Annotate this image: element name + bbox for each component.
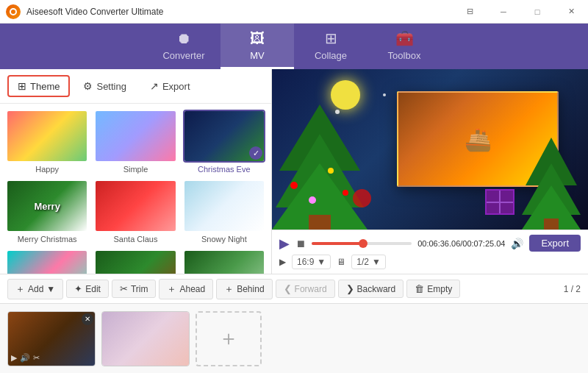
- film-item-2[interactable]: [101, 311, 190, 366]
- export-button[interactable]: Export: [529, 235, 581, 252]
- forward-button[interactable]: ❮ Forward: [276, 280, 335, 298]
- edit-button[interactable]: ✦ Edit: [66, 280, 109, 298]
- svg-point-6: [309, 196, 316, 204]
- theme-santa-thumb: [94, 180, 176, 232]
- add-button[interactable]: ＋ Add ▼: [7, 279, 63, 299]
- theme-tree-img: [96, 251, 175, 274]
- right-tree: [522, 134, 581, 230]
- trim-button[interactable]: ✂ Trim: [112, 280, 157, 298]
- tab-collage-label: Collage: [315, 50, 347, 61]
- add-label: Add: [28, 284, 43, 294]
- stop-button[interactable]: ⏹: [295, 238, 306, 249]
- ratio-value: 16:9: [297, 257, 314, 267]
- film-item-1-close[interactable]: ✕: [82, 313, 93, 325]
- theme-snowy-thumb: [183, 180, 265, 232]
- theme-merry-thumb: Merry: [6, 180, 88, 232]
- theme-beautiful-thumb: [183, 249, 265, 274]
- empty-button[interactable]: 🗑 Empty: [406, 280, 460, 298]
- converter-icon: ⏺: [176, 30, 191, 47]
- volume-icon[interactable]: 🔊: [511, 238, 523, 249]
- preview-area: 🚢: [272, 69, 588, 230]
- empty-label: Empty: [427, 284, 452, 294]
- close-button[interactable]: ✕: [554, 0, 588, 24]
- theme-christmas-eve-thumb: ✓: [183, 110, 265, 163]
- theme-merry-christmas[interactable]: Merry Merry Christmas: [6, 180, 88, 244]
- svg-point-5: [328, 168, 334, 174]
- svg-point-7: [343, 190, 348, 196]
- progress-fill: [312, 242, 365, 245]
- theme-simple-thumb: [94, 110, 176, 163]
- progress-thumb: [359, 239, 368, 248]
- minimize-button[interactable]: ─: [487, 0, 520, 24]
- tab-mv[interactable]: 🖼 MV: [220, 24, 294, 69]
- theme-grid: Happy Simple ✓ Christmas Eve Merry: [0, 104, 271, 274]
- tab-toolbox[interactable]: 🧰 Toolbox: [368, 24, 441, 69]
- subtab-export-label: Export: [162, 81, 190, 92]
- theme-christmas-tree[interactable]: Christmas Tree: [94, 249, 176, 274]
- progress-bar[interactable]: [312, 242, 412, 245]
- theme-stripes-waves[interactable]: Stripes & Waves: [6, 249, 88, 274]
- play-button[interactable]: ▶: [279, 235, 290, 252]
- theme-snowy-night[interactable]: Snowy Night: [183, 180, 265, 244]
- backward-icon: ❯: [346, 283, 354, 294]
- preview-background: 🚢: [272, 69, 588, 230]
- theme-santa-img: [96, 181, 175, 231]
- tab-collage[interactable]: ⊞ Collage: [294, 24, 368, 69]
- setting-icon: ⚙: [83, 80, 93, 92]
- theme-santa-claus[interactable]: Santa Claus: [94, 180, 176, 244]
- edit-label: Edit: [85, 284, 101, 294]
- right-panel: 🚢: [272, 69, 588, 274]
- theme-snowy-label: Snowy Night: [201, 235, 247, 244]
- behind-label: Behind: [237, 284, 264, 294]
- theme-selected-check: ✓: [249, 146, 262, 160]
- film-item-1[interactable]: ✕ ▶ 🔊 ✂: [7, 311, 96, 366]
- resolution-select[interactable]: 1/2 ▼: [351, 255, 386, 269]
- theme-christmas-eve[interactable]: ✓ Christmas Eve: [183, 110, 265, 174]
- svg-rect-11: [544, 219, 559, 230]
- theme-happy[interactable]: Happy: [6, 110, 88, 174]
- gift-box: [485, 189, 514, 215]
- subtab-theme-label: Theme: [30, 81, 60, 92]
- theme-happy-label: Happy: [35, 165, 59, 174]
- tab-toolbox-label: Toolbox: [388, 50, 421, 61]
- theme-simple[interactable]: Simple: [94, 110, 176, 174]
- mv-icon: 🖼: [250, 30, 265, 47]
- theme-simple-img: [96, 111, 175, 161]
- add-media-button[interactable]: ＋: [196, 311, 262, 366]
- ratio-select[interactable]: 16:9 ▼: [292, 255, 331, 269]
- add-plus-icon: ＋: [218, 324, 239, 352]
- subtab-export[interactable]: ↗ Export: [140, 75, 201, 97]
- app-title: Aiseesoft Video Converter Ultimate: [26, 7, 164, 17]
- behind-button[interactable]: ＋ Behind: [216, 279, 272, 299]
- player-row2: ▶ 16:9 ▼ 🖥 1/2 ▼: [279, 255, 581, 269]
- backward-label: Backward: [357, 284, 396, 294]
- page-count: 1 / 2: [564, 284, 581, 294]
- nav-tabs: ⏺ Converter 🖼 MV ⊞ Collage 🧰 Toolbox: [0, 24, 588, 69]
- menu-button[interactable]: ⊟: [453, 0, 487, 24]
- red-decoration: [353, 189, 371, 207]
- ahead-button[interactable]: ＋ Ahead: [159, 279, 213, 299]
- theme-stripes-img: [7, 251, 87, 274]
- resolution-value: 1/2: [356, 257, 369, 267]
- theme-beautiful-christmas[interactable]: Beautiful Christmas: [183, 249, 265, 274]
- film-item-2-bg: [102, 312, 189, 366]
- export-icon: ↗: [150, 80, 159, 92]
- ahead-label: Ahead: [179, 284, 205, 294]
- backward-button[interactable]: ❯ Backward: [338, 280, 404, 298]
- subtab-theme[interactable]: ⊞ Theme: [7, 75, 70, 97]
- theme-christmas-eve-label: Christmas Eve: [198, 165, 251, 174]
- tab-converter[interactable]: ⏺ Converter: [147, 24, 220, 69]
- subtab-setting[interactable]: ⚙ Setting: [73, 75, 136, 97]
- forward-label: Forward: [295, 284, 327, 294]
- add-icon: ＋: [15, 283, 25, 296]
- resolution-chevron: ▼: [372, 257, 381, 267]
- time-display: 00:06:36.06/00:07:25.04: [417, 239, 505, 248]
- theme-merry-label: Merry Christmas: [18, 235, 77, 244]
- toolbox-icon: 🧰: [395, 29, 414, 47]
- collage-icon: ⊞: [325, 29, 337, 47]
- maximize-button[interactable]: □: [520, 0, 554, 24]
- player-controls: ▶ ⏹ 00:06:36.06/00:07:25.04 🔊 Export ▶ 1…: [272, 230, 588, 274]
- bottom-toolbar: ＋ Add ▼ ✦ Edit ✂ Trim ＋ Ahead ＋ Behind ❮…: [0, 274, 588, 303]
- titlebar: Aiseesoft Video Converter Ultimate ⊟ ─ □…: [0, 0, 588, 24]
- monitor-icon: 🖥: [337, 257, 345, 267]
